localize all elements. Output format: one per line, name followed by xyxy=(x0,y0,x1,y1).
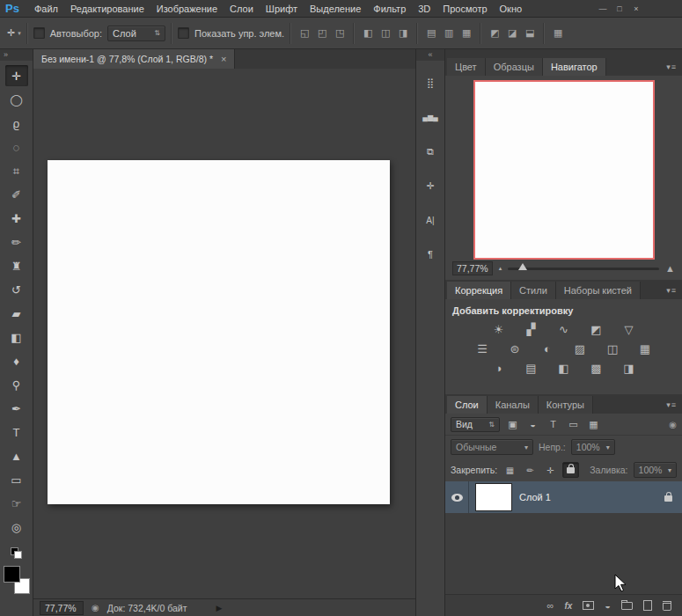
menu-layers[interactable]: Слои xyxy=(224,4,260,14)
adjustment-threshold-icon[interactable]: ◧ xyxy=(554,361,574,375)
adjustment-gradient-map-icon[interactable]: ▩ xyxy=(587,361,606,375)
adjustment-channel-mixer-icon[interactable]: ◫ xyxy=(603,341,622,356)
lock-paint-button[interactable]: ✏ xyxy=(523,463,538,477)
tool-eraser[interactable]: ▰ xyxy=(5,303,28,324)
slider-thumb[interactable] xyxy=(518,263,527,270)
adjustment-levels-icon[interactable]: ▞ xyxy=(522,322,541,336)
menu-edit[interactable]: Редактирование xyxy=(64,4,150,14)
align-button[interactable]: ◰ xyxy=(314,26,330,41)
layer-row[interactable]: Слой 1 xyxy=(445,481,682,513)
panel-menu-icon[interactable]: ▾≡ xyxy=(666,400,677,409)
tool-history-brush[interactable]: ↺ xyxy=(5,279,28,300)
tool-lasso[interactable]: ϱ xyxy=(5,113,28,134)
tab-navigator[interactable]: Навигатор xyxy=(543,58,606,76)
tool-quick-selection[interactable]: ◌ xyxy=(5,136,28,158)
adjustment-color-lookup-icon[interactable]: ▦ xyxy=(635,341,655,356)
distribute-button[interactable]: ▤ xyxy=(423,26,439,41)
tab-swatches[interactable]: Образцы xyxy=(486,58,543,76)
filter-adjustment-icon[interactable]: ◒ xyxy=(525,419,540,429)
add-layer-mask-icon[interactable] xyxy=(583,601,594,610)
histogram-panel-icon[interactable]: ▄▆▄ xyxy=(420,107,441,127)
menu-view[interactable]: Просмотр xyxy=(436,4,493,14)
tool-hand[interactable]: ☞ xyxy=(5,493,28,514)
tool-clone-stamp[interactable]: ♜ xyxy=(5,255,28,276)
info-panel-icon[interactable]: ✛ xyxy=(420,176,441,195)
align-button[interactable]: ◱ xyxy=(297,26,312,41)
tool-dodge[interactable]: ⚲ xyxy=(5,374,28,395)
navigator-preview[interactable] xyxy=(473,80,655,260)
filter-smart-object-icon[interactable]: ▦ xyxy=(586,419,601,430)
menu-image[interactable]: Изображение xyxy=(150,4,224,14)
filter-type-icon[interactable]: T xyxy=(546,419,561,429)
adjustment-posterize-icon[interactable]: ▤ xyxy=(522,361,541,375)
filter-image-icon[interactable]: ▣ xyxy=(505,419,520,430)
tool-marquee[interactable]: ◯ xyxy=(5,89,28,110)
tool-shape[interactable]: ▭ xyxy=(5,469,28,490)
menu-select[interactable]: Выделение xyxy=(304,4,367,14)
default-colors-icon[interactable] xyxy=(11,547,22,559)
new-adjustment-layer-icon[interactable]: ◒ xyxy=(605,600,611,611)
tool-blur[interactable]: ♦ xyxy=(5,350,28,371)
tool-crop[interactable]: ⌗ xyxy=(5,160,28,181)
adjustment-vibrance-icon[interactable]: ▽ xyxy=(620,322,639,336)
autoselect-checkbox[interactable] xyxy=(33,27,45,39)
lock-all-button[interactable] xyxy=(562,462,579,478)
tool-pen[interactable]: ✒ xyxy=(5,398,28,419)
delete-layer-icon[interactable] xyxy=(663,601,671,611)
zoom-level-input[interactable]: 77,77% xyxy=(40,601,84,615)
blend-mode-dropdown[interactable]: Обычные ▾ xyxy=(451,439,533,455)
brush-presets-panel-icon[interactable]: ⣿ xyxy=(420,73,441,92)
status-menu-arrow-icon[interactable]: ▶ xyxy=(216,604,222,612)
align-button[interactable]: ◳ xyxy=(332,26,348,41)
layer-name[interactable]: Слой 1 xyxy=(519,492,551,502)
workspace-icon[interactable]: ▦ xyxy=(550,26,566,41)
zoom-out-icon[interactable]: ▴ xyxy=(499,265,502,272)
adjustment-exposure-icon[interactable]: ◩ xyxy=(587,322,606,336)
distribute-button[interactable]: ▥ xyxy=(441,26,457,41)
character-panel-icon[interactable]: A| xyxy=(420,210,441,230)
filter-switch-icon[interactable]: ◉ xyxy=(669,420,677,429)
tool-type[interactable]: T xyxy=(5,422,28,443)
panel-menu-icon[interactable]: ▾≡ xyxy=(666,62,677,71)
navigator-zoom-slider[interactable] xyxy=(508,268,659,270)
menu-window[interactable]: Окно xyxy=(494,4,529,14)
menu-filter[interactable]: Фильтр xyxy=(367,4,412,14)
menu-type[interactable]: Шрифт xyxy=(260,4,304,14)
adjustment-selective-color-icon[interactable]: ◨ xyxy=(620,361,639,375)
adjustment-color-balance-icon[interactable]: ⊜ xyxy=(505,341,524,356)
menu-3d[interactable]: 3D xyxy=(412,4,436,14)
autoselect-target-dropdown[interactable]: Слой ⇅ xyxy=(107,26,165,41)
adjustment-brightness-contrast-icon[interactable]: ☀ xyxy=(489,322,509,336)
adjustment-invert-icon[interactable]: ◑ xyxy=(489,361,509,375)
current-tool-button[interactable]: ✛ ▾ xyxy=(7,27,21,39)
link-layers-icon[interactable]: ∞ xyxy=(547,600,554,611)
new-group-icon[interactable] xyxy=(621,602,633,610)
adjustment-black-white-icon[interactable]: ◐ xyxy=(538,341,557,356)
close-icon[interactable]: × xyxy=(631,4,642,13)
new-layer-icon[interactable] xyxy=(643,600,652,611)
opacity-dropdown[interactable]: 100% ▾ xyxy=(571,439,615,455)
tool-eyedropper[interactable]: ✐ xyxy=(5,184,28,205)
tool-move[interactable]: ✛ xyxy=(5,65,28,86)
filter-kind-dropdown[interactable]: Вид ⇅ xyxy=(451,417,500,432)
distribute-button[interactable]: ⬓ xyxy=(522,26,538,41)
align-button[interactable]: ◫ xyxy=(378,26,393,41)
document-tab[interactable]: Без имени-1 @ 77,8% (Слой 1, RGB/8) * × xyxy=(33,49,235,69)
distribute-button[interactable]: ◩ xyxy=(487,26,502,41)
dock-expand-icon[interactable]: « xyxy=(416,49,444,61)
adjustment-photo-filter-icon[interactable]: ▨ xyxy=(570,341,590,356)
tab-channels[interactable]: Каналы xyxy=(488,396,539,414)
tool-zoom[interactable]: ◎ xyxy=(5,517,28,538)
restore-icon[interactable]: □ xyxy=(614,4,625,13)
close-icon[interactable]: × xyxy=(221,54,226,64)
visibility-cell[interactable] xyxy=(445,481,469,513)
lock-transparency-button[interactable]: ▦ xyxy=(502,463,517,477)
menu-file[interactable]: Файл xyxy=(28,4,64,14)
tab-adjustments[interactable]: Коррекция xyxy=(447,282,511,299)
lock-position-button[interactable]: ✛ xyxy=(543,463,558,477)
layers-list-empty-area[interactable] xyxy=(445,513,682,594)
adjustment-hue-saturation-icon[interactable]: ☰ xyxy=(473,341,492,356)
navigator-zoom-input[interactable]: 77,77% xyxy=(452,261,493,275)
tab-brush-presets[interactable]: Наборы кистей xyxy=(556,282,641,299)
toolbar-expand-icon[interactable]: » xyxy=(0,49,33,61)
